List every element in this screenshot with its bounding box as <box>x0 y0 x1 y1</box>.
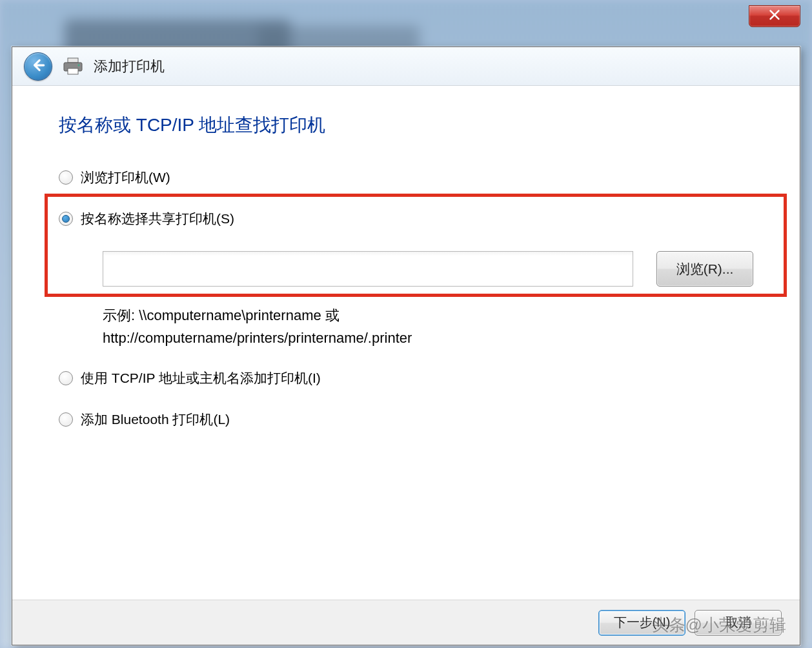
back-button[interactable] <box>24 52 52 81</box>
main-heading: 按名称或 TCP/IP 地址查找打印机 <box>59 113 753 137</box>
radio-share-by-name[interactable]: 按名称选择共享打印机(S) <box>59 210 753 228</box>
example-line-2: http://computername/printers/printername… <box>103 327 753 349</box>
svg-rect-2 <box>68 68 78 74</box>
dialog-header: 添加打印机 <box>12 47 800 86</box>
close-icon <box>767 8 782 25</box>
share-printer-section: 按名称选择共享打印机(S) 浏览(R)... 示例: \\computernam… <box>59 210 753 349</box>
add-printer-dialog: 添加打印机 按名称或 TCP/IP 地址查找打印机 浏览打印机(W) 按名称选择… <box>12 46 800 645</box>
svg-point-3 <box>78 64 80 66</box>
printer-name-input[interactable] <box>103 251 633 287</box>
window-close-button[interactable] <box>749 5 800 27</box>
share-input-row: 浏览(R)... <box>103 251 753 287</box>
example-line-1: 示例: \\computername\printername 或 <box>103 305 753 326</box>
svg-rect-0 <box>68 58 78 63</box>
radio-bluetooth[interactable]: 添加 Bluetooth 打印机(L) <box>59 410 753 429</box>
printer-icon <box>61 57 85 76</box>
radio-icon <box>59 170 73 185</box>
radio-label: 添加 Bluetooth 打印机(L) <box>81 410 230 429</box>
arrow-left-icon <box>30 57 46 76</box>
radio-browse-printers[interactable]: 浏览打印机(W) <box>59 168 753 187</box>
watermark: 头条@小荣爱剪辑 <box>652 614 786 636</box>
dialog-body: 按名称或 TCP/IP 地址查找打印机 浏览打印机(W) 按名称选择共享打印机(… <box>12 86 800 600</box>
radio-label: 使用 TCP/IP 地址或主机名添加打印机(I) <box>81 369 321 387</box>
radio-icon <box>59 371 73 385</box>
radio-icon <box>59 412 73 427</box>
dialog-title: 添加打印机 <box>94 57 165 76</box>
radio-tcpip[interactable]: 使用 TCP/IP 地址或主机名添加打印机(I) <box>59 369 753 387</box>
radio-label: 按名称选择共享打印机(S) <box>81 210 234 228</box>
radio-icon-selected <box>59 212 73 226</box>
browse-button[interactable]: 浏览(R)... <box>656 251 753 287</box>
example-text: 示例: \\computername\printername 或 http://… <box>103 305 753 349</box>
radio-label: 浏览打印机(W) <box>81 168 170 187</box>
